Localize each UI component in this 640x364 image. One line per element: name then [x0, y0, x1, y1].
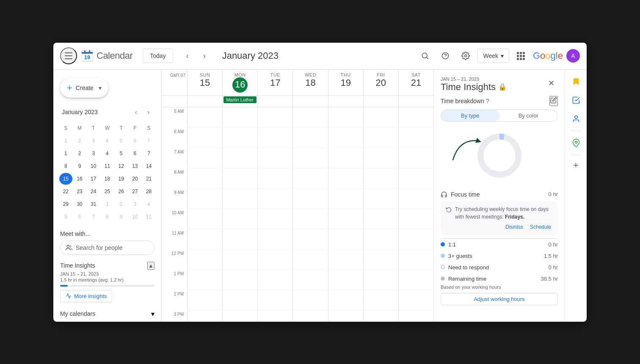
time-cell[interactable] [222, 229, 257, 249]
time-cell[interactable] [328, 168, 363, 189]
mini-day[interactable]: 22 [59, 186, 72, 197]
time-cell[interactable] [292, 107, 328, 128]
mini-day[interactable]: 8 [101, 211, 114, 223]
mini-day[interactable]: 5 [115, 148, 128, 159]
mini-day[interactable]: 5 [59, 211, 72, 223]
time-cell[interactable] [292, 148, 328, 168]
view-selector[interactable]: Week ▾ [477, 49, 509, 63]
time-cell[interactable] [187, 128, 222, 148]
time-breakdown-help-icon[interactable]: ? [486, 98, 489, 104]
time-cell[interactable] [363, 168, 398, 189]
time-cell[interactable] [363, 249, 398, 270]
mini-day[interactable]: 1 [59, 135, 72, 147]
people-icon-button[interactable] [568, 110, 585, 127]
today-button[interactable]: Today [143, 49, 173, 63]
time-cell[interactable] [257, 209, 292, 229]
time-cell[interactable] [222, 290, 257, 310]
more-insights-button[interactable]: More insights [60, 290, 112, 302]
tab-by-color[interactable]: By color [499, 110, 558, 121]
time-cell[interactable] [222, 107, 257, 128]
time-cell[interactable] [222, 310, 257, 322]
all-day-tue[interactable] [257, 96, 292, 107]
time-cell[interactable] [292, 310, 328, 322]
apps-button[interactable] [513, 47, 530, 64]
time-cell[interactable] [187, 310, 222, 322]
help-button[interactable] [437, 47, 454, 64]
maps-icon-button[interactable] [568, 134, 585, 151]
time-cell[interactable] [363, 148, 398, 168]
time-cell[interactable] [328, 209, 363, 229]
mini-day[interactable]: 2 [73, 135, 86, 147]
mini-day[interactable]: 4 [101, 148, 114, 159]
mini-day[interactable]: 13 [129, 160, 142, 172]
mini-day[interactable]: 30 [73, 198, 86, 210]
time-cell[interactable] [187, 209, 222, 229]
time-cell[interactable] [292, 189, 328, 209]
all-day-thu[interactable] [328, 96, 363, 107]
time-cell[interactable] [363, 189, 398, 209]
mini-day[interactable]: 1 [101, 198, 114, 210]
time-cell[interactable] [328, 189, 363, 209]
time-cell[interactable] [328, 310, 363, 322]
time-cell[interactable] [398, 290, 433, 310]
mini-day[interactable]: 6 [73, 211, 86, 223]
time-cell[interactable] [257, 290, 292, 310]
bookmark-icon-button[interactable] [568, 73, 585, 90]
time-cell[interactable] [328, 290, 363, 310]
time-cell[interactable] [257, 107, 292, 128]
time-cell[interactable] [398, 249, 433, 270]
mini-day[interactable]: 11 [142, 211, 155, 223]
time-cell[interactable] [222, 128, 257, 148]
time-cell[interactable] [292, 168, 328, 189]
time-cell[interactable] [292, 209, 328, 229]
all-day-sun[interactable] [187, 96, 222, 107]
time-cell[interactable] [187, 168, 222, 189]
time-cell[interactable] [292, 229, 328, 249]
mini-day[interactable]: 29 [59, 198, 72, 210]
dismiss-button[interactable]: Dismiss [504, 223, 525, 231]
time-cell[interactable] [257, 270, 292, 290]
time-cell[interactable] [398, 270, 433, 290]
all-day-mon[interactable]: Martin Luther [222, 96, 257, 107]
time-cell[interactable] [328, 148, 363, 168]
time-cell[interactable] [222, 249, 257, 270]
time-cell[interactable] [257, 128, 292, 148]
mini-day[interactable]: 11 [101, 160, 114, 172]
time-cell[interactable] [222, 270, 257, 290]
time-cell[interactable] [398, 209, 433, 229]
mini-day[interactable]: 25 [101, 186, 114, 197]
mini-day[interactable]: 1 [59, 148, 72, 159]
time-cell[interactable] [398, 107, 433, 128]
time-cell[interactable] [398, 310, 433, 322]
time-cell[interactable] [292, 249, 328, 270]
mini-day[interactable]: 31 [87, 198, 100, 210]
time-cell[interactable] [187, 229, 222, 249]
mini-cal-next[interactable]: › [143, 106, 154, 118]
time-cell[interactable] [328, 229, 363, 249]
mini-day[interactable]: 7 [87, 211, 100, 223]
mini-day[interactable]: 2 [73, 148, 86, 159]
mini-day[interactable]: 21 [142, 173, 155, 185]
time-cell[interactable] [257, 310, 292, 322]
mini-day[interactable]: 8 [59, 160, 72, 172]
mini-day[interactable]: 27 [129, 186, 142, 197]
mini-day[interactable]: 10 [87, 160, 100, 172]
time-breakdown-edit-button[interactable] [549, 96, 558, 106]
time-cell[interactable] [398, 168, 433, 189]
avatar[interactable]: A [566, 49, 580, 63]
create-button[interactable]: + Create ▾ [60, 78, 108, 98]
search-people-button[interactable]: Search for people [60, 241, 154, 255]
time-cell[interactable] [363, 209, 398, 229]
next-button[interactable]: › [197, 48, 212, 63]
time-cell[interactable] [187, 189, 222, 209]
time-cell[interactable] [328, 249, 363, 270]
martin-luther-event[interactable]: Martin Luther [223, 96, 257, 103]
time-cell[interactable] [328, 270, 363, 290]
time-cell[interactable] [398, 128, 433, 148]
time-cell[interactable] [363, 270, 398, 290]
mini-day[interactable]: 3 [87, 148, 100, 159]
mini-day[interactable]: 12 [115, 160, 128, 172]
time-cell[interactable] [187, 290, 222, 310]
mini-day[interactable]: 9 [115, 211, 128, 223]
time-cell[interactable] [187, 107, 222, 128]
